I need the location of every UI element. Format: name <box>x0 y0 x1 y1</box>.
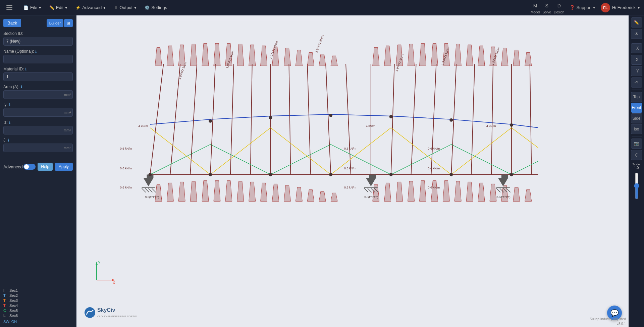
legend-indicator-l: L <box>3 314 7 318</box>
legend-indicator-c: C <box>3 309 7 313</box>
avatar: FL <box>601 3 610 12</box>
j-info-icon[interactable]: ℹ <box>8 138 9 143</box>
grid-view-button[interactable]: ⊞ <box>64 19 73 27</box>
area-input-wrap: mm² <box>3 90 73 99</box>
hamburger-menu[interactable] <box>4 2 15 13</box>
svg-point-141 <box>329 114 332 117</box>
area-info-icon[interactable]: ℹ <box>21 85 22 89</box>
svg-marker-153 <box>96 262 98 265</box>
iy-unit: mm⁴ <box>64 111 71 114</box>
j-group: J: ℹ mm⁴ <box>3 138 73 152</box>
svg-text:4 kN/m: 4 kN/m <box>366 124 375 128</box>
view-iso-button[interactable]: Iso <box>631 124 642 134</box>
top-nav: 📄 File ▾ ✏️ Edit ▾ ⚡ Advanced ▾ 🖥 Output… <box>0 0 644 15</box>
svg-point-150 <box>449 173 453 176</box>
industry-text: Suuqa Industry adjusted <box>590 317 626 321</box>
nav-file[interactable]: 📄 File ▾ <box>20 3 45 12</box>
mode-solve[interactable]: S Solve <box>542 1 551 14</box>
scale-slider-container <box>633 172 640 199</box>
plus-y-label: +Y <box>634 69 639 73</box>
iz-info-icon[interactable]: ℹ <box>9 120 10 125</box>
svg-point-146 <box>209 173 212 176</box>
iy-input[interactable] <box>3 108 73 117</box>
file-icon: 📄 <box>23 5 29 10</box>
j-input[interactable] <box>3 144 73 152</box>
svg-text:S.II(FFFFF): S.II(FFFFF) <box>364 196 378 199</box>
view-side-button[interactable]: Side <box>631 113 642 123</box>
svg-text:0.6 kN/m: 0.6 kN/m <box>120 167 132 170</box>
name-label: Name (Optional): ℹ <box>3 49 73 54</box>
plus-x-button[interactable]: +X <box>631 43 642 53</box>
area-input[interactable] <box>3 90 73 99</box>
svg-text:0.6 kN/m: 0.6 kN/m <box>428 147 440 150</box>
name-input[interactable] <box>3 55 73 63</box>
j-unit: mm⁴ <box>64 146 71 150</box>
svg-text:X: X <box>113 281 115 285</box>
svg-rect-129 <box>501 174 508 178</box>
help-button[interactable]: Help <box>38 163 53 171</box>
advanced-icon: ⚡ <box>75 5 80 10</box>
svg-point-144 <box>510 123 513 127</box>
structure-canvas: 1.97471 kN/m 1.97471 kN/m 1.97471 kN/m 1… <box>76 15 629 327</box>
area-unit: mm² <box>64 93 71 97</box>
nav-output[interactable]: 🖥 Output ▾ <box>110 3 140 12</box>
legend-indicator-t2: T <box>3 298 7 303</box>
svg-point-140 <box>269 116 272 119</box>
name-info-icon[interactable]: ℹ <box>35 49 37 54</box>
material-id-input[interactable] <box>3 72 73 81</box>
scale-slider[interactable] <box>633 172 640 199</box>
nav-user[interactable]: FL Hi Frederick ▾ <box>601 3 640 12</box>
output-icon: 🖥 <box>114 5 118 10</box>
back-button[interactable]: Back <box>3 19 21 27</box>
canvas-area[interactable]: 1.97471 kN/m 1.97471 kN/m 1.97471 kN/m 1… <box>76 15 629 327</box>
builder-button[interactable]: Builder <box>47 19 63 27</box>
view-front-button[interactable]: Front <box>631 103 642 113</box>
svg-rect-122 <box>369 174 376 178</box>
mode-model[interactable]: M Model <box>531 1 540 14</box>
iy-info-icon[interactable]: ℹ <box>9 103 10 107</box>
svg-text:0.6 kN/m: 0.6 kN/m <box>428 167 440 170</box>
svg-point-142 <box>389 115 393 118</box>
panel-top-btns: Back Builder ⊞ <box>3 19 73 27</box>
view-top-button[interactable]: Top <box>631 92 642 102</box>
solve-icon: S <box>542 1 551 10</box>
screenshot-button[interactable]: ⬡ <box>631 150 642 160</box>
legend-section: I Sec1 T Sec2 T Sec3 T Sec4 C Sec5 L Sec… <box>3 284 73 324</box>
svg-point-151 <box>510 173 513 176</box>
nav-settings[interactable]: ⚙️ Settings <box>141 3 170 12</box>
svg-text:S.II(FFFFF): S.II(FFFFF) <box>496 196 511 199</box>
svg-point-149 <box>389 173 393 176</box>
toolbar-separator-1 <box>632 41 642 41</box>
svg-text:SkyCiv: SkyCiv <box>97 307 115 313</box>
advanced-section: Advanced Help Apply <box>3 159 73 174</box>
nav-edit[interactable]: ✏️ Edit ▾ <box>46 3 71 12</box>
material-id-info-icon[interactable]: ℹ <box>25 67 26 71</box>
iz-input-wrap: mm⁴ <box>3 126 73 134</box>
version-text: v3.0.1 <box>617 322 626 326</box>
svg-text:0.6 kN/m: 0.6 kN/m <box>344 147 356 150</box>
minus-x-button[interactable]: -X <box>631 55 642 65</box>
scale-value: 1.0 <box>632 166 641 170</box>
minus-y-button[interactable]: -Y <box>631 77 642 88</box>
main-layout: Back Builder ⊞ Section ID: 7 (New) Name … <box>0 15 644 327</box>
advanced-toggle[interactable] <box>23 164 36 170</box>
section-id-select[interactable]: 7 (New) <box>3 37 73 46</box>
iz-group: Iz: ℹ mm⁴ <box>3 120 73 134</box>
svg-text:0.6 kN/m: 0.6 kN/m <box>120 147 132 150</box>
mode-design[interactable]: D Design <box>554 1 564 14</box>
plus-y-button[interactable]: +Y <box>631 66 642 76</box>
area-group: Area (A): ℹ mm² <box>3 85 73 99</box>
iz-input[interactable] <box>3 126 73 134</box>
nav-advanced[interactable]: ⚡ Advanced ▾ <box>72 3 109 12</box>
design-icon: D <box>555 1 564 10</box>
apply-button[interactable]: Apply <box>55 163 73 171</box>
nav-support[interactable]: ❓ Support ▾ <box>570 5 595 10</box>
visibility-button[interactable]: 👁 <box>631 29 642 39</box>
edit-tool-button[interactable]: ✏️ <box>631 17 642 28</box>
name-group: Name (Optional): ℹ <box>3 49 73 63</box>
j-input-wrap: mm⁴ <box>3 144 73 152</box>
right-toolbar: ✏️ 👁 +X -X +Y -Y Top Front Side Iso <box>629 15 644 327</box>
iz-unit: mm⁴ <box>64 128 71 132</box>
scale-label: Scale: <box>632 163 641 166</box>
camera-button[interactable]: 📷 <box>631 139 642 149</box>
